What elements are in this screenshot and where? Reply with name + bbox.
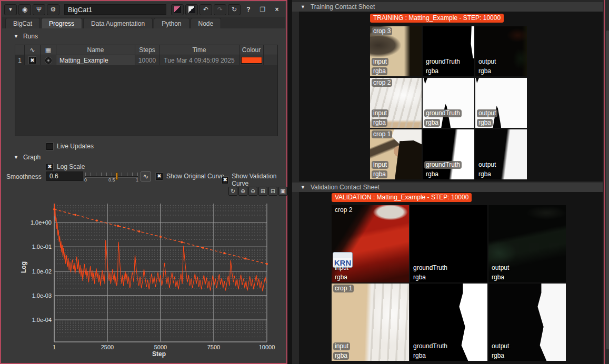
reset-view-button[interactable]: ↻ [228, 187, 237, 196]
channel-label: rgba [412, 274, 427, 281]
svg-text:1.0e+00: 1.0e+00 [31, 219, 52, 226]
display-style-button[interactable] [185, 4, 198, 15]
role-label: output [490, 264, 511, 272]
close-panel-button[interactable]: × [271, 4, 283, 15]
channel-label: rgba [372, 170, 387, 178]
curve-editor-button[interactable]: ∿ [141, 171, 151, 181]
zoom-in-button[interactable]: ⊕ [238, 187, 247, 196]
scrollbar-thumb[interactable] [606, 31, 609, 349]
fit-view-icon: ▣ [280, 188, 285, 195]
tab-python[interactable]: Python [154, 18, 189, 28]
revert-button[interactable]: ↻ [228, 4, 241, 15]
role-label: output [477, 58, 497, 66]
column-header-time[interactable]: Time [159, 45, 239, 55]
validation-crop1-groundtruth-image[interactable]: groundTruth rgba [410, 284, 487, 361]
column-sheet-toggle[interactable]: ▦ [41, 45, 56, 55]
training-row-crop2: crop 2 input rgba groundTruth rgba outpu… [370, 78, 527, 128]
column-header-colour[interactable]: Colour [239, 45, 264, 55]
crop-label: crop 1 [333, 285, 354, 292]
run-colour-swatch[interactable] [241, 57, 262, 64]
training-crop3-output-image[interactable]: output rgba [475, 26, 527, 76]
smoothness-input[interactable] [46, 171, 83, 181]
graph-group-header[interactable]: ▼ Graph [14, 154, 41, 161]
training-crop2-input-image[interactable]: crop 2 input rgba [370, 78, 422, 128]
training-crop1-input-image[interactable]: crop 1 input rgba [370, 129, 422, 179]
training-crop2-groundtruth-image[interactable]: groundTruth rgba [423, 78, 474, 128]
graph-group-label: Graph [23, 154, 41, 161]
training-crop1-groundtruth-image[interactable]: groundTruth rgba [423, 129, 474, 179]
show-original-curve-checkbox[interactable]: ✖ [156, 173, 163, 180]
grid-column-icon: ▦ [45, 46, 51, 54]
validation-crop1-input-image[interactable]: crop 1 input rgba [332, 284, 409, 361]
curve-column-icon: ∿ [29, 46, 35, 54]
training-crop3-groundtruth-image[interactable]: groundTruth rgba [423, 26, 474, 76]
svg-text:2500: 2500 [101, 344, 114, 350]
collapse-triangle-icon: ▼ [301, 185, 305, 190]
run-visible-checkbox[interactable]: ✖ [29, 57, 36, 64]
training-sheet-body: TRAINING : Matting_Example - STEP: 10000… [299, 12, 603, 181]
role-label: output [490, 342, 511, 350]
validation-sheet-header[interactable]: ▼ Validation Contact Sheet [292, 183, 603, 192]
crop-label: crop 2 [372, 79, 392, 87]
validation-crop2-groundtruth-image[interactable]: groundTruth rgba [410, 205, 487, 282]
slider-handle[interactable] [116, 173, 118, 180]
collapse-triangle-icon: ▼ [14, 155, 18, 160]
bigcat-properties-panel: ▼ ◉ Ψ ⚙ ↶ ↷ ↻ ? ❐ × BigCat Progress Data… [0, 0, 287, 364]
vertical-scrollbar[interactable] [604, 0, 609, 364]
live-updates-checkbox[interactable] [46, 143, 53, 150]
zoom-out-button[interactable]: ⊖ [248, 187, 257, 196]
column-header-steps[interactable]: Steps [135, 45, 159, 55]
show-validation-curve-checkbox[interactable]: ✖ [222, 177, 228, 184]
smoothness-slider[interactable]: 0 0.5 1 [85, 171, 138, 182]
redo-button[interactable]: ↷ [214, 4, 226, 15]
loss-graph[interactable]: 1.0e+001.0e-011.0e-021.0e-031.0e-0412500… [2, 196, 285, 363]
runs-group-header[interactable]: ▼ Runs [14, 33, 38, 40]
column-curve-toggle[interactable]: ∿ [25, 45, 41, 55]
undo-button[interactable]: ↶ [199, 4, 212, 15]
wrench-button[interactable]: ⚙ [47, 4, 59, 15]
log-scale-checkbox[interactable]: ✖ [46, 164, 53, 170]
revert-icon: ↻ [232, 6, 237, 13]
node-name-input[interactable] [64, 4, 166, 15]
run-sheet-radio[interactable] [45, 57, 52, 64]
tab-node[interactable]: Node [191, 18, 222, 28]
tab-data-augmentation[interactable]: Data Augmentation [83, 18, 153, 28]
tab-bigcat[interactable]: BigCat [5, 18, 40, 28]
help-button[interactable]: ? [242, 4, 255, 15]
show-validation-curve-row[interactable]: ✖ Show Validation Curve [222, 173, 285, 187]
center-node-button[interactable]: ◉ [18, 4, 31, 15]
channel-label: rgba [490, 274, 506, 281]
validation-crop2-output-image[interactable]: output rgba [488, 205, 566, 282]
plug-button[interactable]: Ψ [33, 4, 45, 15]
run-name-cell[interactable]: Matting_Example [56, 55, 135, 65]
fit-view-button[interactable]: ▣ [278, 187, 287, 196]
tab-bar: BigCat Progress Data Augmentation Python… [2, 17, 285, 28]
validation-sheet-title: Validation Contact Sheet [311, 184, 380, 191]
show-original-curve-row[interactable]: ✖ Show Original Curve [156, 173, 224, 180]
svg-text:1.0e-04: 1.0e-04 [32, 317, 52, 323]
training-crop2-output-image[interactable]: output rgba [475, 78, 527, 128]
training-sheet-header[interactable]: ▼ Training Contact Sheet [292, 2, 603, 12]
panel-menu-button[interactable]: ▼ [4, 4, 17, 15]
application-window: ▼ ◉ Ψ ⚙ ↶ ↷ ↻ ? ❐ × BigCat Progress Data… [0, 0, 609, 364]
column-header-name[interactable]: Name [56, 45, 135, 55]
float-panel-button[interactable]: ❐ [256, 4, 269, 15]
validation-crop1-output-image[interactable]: output rgba [488, 284, 566, 361]
validation-crop2-input-image[interactable]: crop 2 KRN input rgba [332, 205, 409, 282]
node-color-button[interactable] [171, 4, 184, 15]
training-crop1-output-image[interactable]: output rgba [475, 129, 527, 179]
plot-toolbar: ↻ ⊕ ⊖ ⊞ ⊟ ▣ [228, 187, 287, 196]
zoom-region-out-button[interactable]: ⊟ [268, 187, 277, 196]
tab-progress[interactable]: Progress [41, 18, 82, 28]
channel-label: rgba [372, 119, 387, 127]
progress-tab-content: ▼ Runs ∿ ▦ Name Steps Time Colour 1 ✖ [2, 28, 285, 363]
training-crop3-input-image[interactable]: crop 3 input rgba [370, 26, 422, 76]
role-label: groundTruth [424, 58, 462, 66]
loss-graph-canvas[interactable]: 1.0e+001.0e-011.0e-021.0e-031.0e-0412500… [2, 196, 285, 363]
smoothness-row: Smoothness 0 0.5 1 ∿ ✖ Show Original Cur… [2, 171, 285, 182]
zoom-region-in-button[interactable]: ⊞ [258, 187, 267, 196]
live-updates-checkbox-row[interactable]: Live Updates [46, 143, 94, 150]
log-scale-checkbox-row[interactable]: ✖ Log Scale [46, 163, 85, 170]
table-row[interactable]: 1 ✖ Matting_Example 10000 Tue Mar 4 09:4… [15, 55, 277, 65]
role-label: groundTruth [412, 264, 449, 272]
